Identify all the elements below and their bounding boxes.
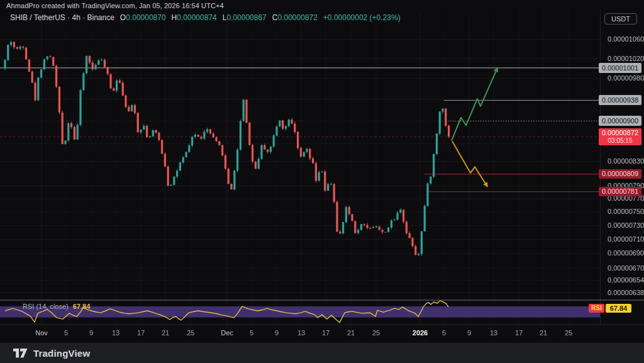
candle — [67, 123, 69, 140]
price-axis-label: 0.00001020 — [608, 55, 644, 63]
candle — [396, 213, 398, 220]
candle — [321, 172, 323, 172]
candle — [92, 63, 94, 70]
candle — [13, 42, 15, 47]
candle — [351, 214, 353, 221]
chart-pane[interactable] — [0, 0, 644, 363]
price-axis-label: 0.00000830 — [608, 157, 644, 165]
time-axis-label: 9 — [467, 329, 471, 337]
time-axis-label: 17 — [515, 329, 523, 337]
candle — [97, 60, 99, 65]
price-axis-label: 0.00000638 — [608, 289, 644, 297]
price-axis-label: 0.00000730 — [608, 221, 644, 230]
candle — [366, 225, 368, 228]
candle — [342, 222, 344, 233]
bearish-projection-arrow[interactable] — [452, 142, 487, 187]
time-axis-label: 9 — [275, 329, 279, 337]
candle — [158, 133, 160, 140]
time-axis-label: 9 — [89, 329, 93, 337]
chart-canvas[interactable] — [0, 0, 644, 363]
candle — [248, 123, 250, 145]
candle — [128, 107, 130, 111]
candle — [113, 88, 114, 91]
candle — [82, 73, 84, 90]
price-axis[interactable]: 0.000010600.000010200.000009800.00000830… — [601, 0, 644, 343]
candle — [140, 130, 142, 132]
candle — [255, 162, 257, 169]
footer-bar: TradingView — [0, 343, 644, 363]
candle — [297, 132, 299, 148]
ohlc-field-value: 0.00000874 — [177, 13, 216, 22]
candle — [209, 130, 211, 134]
ohlc-field-value: 0.00000870 — [126, 13, 165, 22]
candle — [309, 149, 311, 159]
candle — [109, 74, 111, 89]
candle — [225, 155, 226, 169]
price-level-badge: 0.00000900 — [599, 116, 641, 126]
time-axis-label: Dec — [221, 329, 233, 337]
rsi-name-badge: RSI — [589, 304, 604, 313]
price-level-badge: 0.00000781 — [599, 187, 641, 196]
candle — [164, 154, 166, 166]
candle — [34, 83, 36, 101]
currency-toggle-button[interactable]: USDT — [604, 13, 637, 25]
time-axis[interactable]: Nov5913172125Dec591317212520265913172125 — [0, 325, 600, 342]
candle — [260, 145, 262, 159]
tradingview-brand-text: TradingView — [33, 348, 90, 359]
candle — [19, 47, 21, 48]
candle — [74, 127, 75, 140]
price-level-lines — [0, 68, 600, 192]
candle — [306, 149, 308, 152]
time-axis-label: 17 — [137, 329, 145, 337]
candle — [360, 224, 362, 230]
candle — [394, 220, 396, 220]
candle — [131, 105, 133, 111]
countdown-timer: 03:05:15 — [599, 137, 641, 145]
rsi-legend-title: RSI (14, close) — [23, 303, 69, 310]
candle — [122, 82, 124, 95]
price-axis-label: 0.00000980 — [608, 74, 644, 82]
candle — [372, 227, 374, 228]
symbol-title[interactable]: SHIB / TetherUS · 4h · Binance — [10, 13, 114, 22]
candle — [330, 184, 332, 185]
candle — [294, 123, 296, 132]
candle — [49, 57, 51, 57]
candle — [52, 57, 54, 66]
time-axis-label: Nov — [35, 329, 48, 337]
candle — [424, 206, 426, 231]
candle — [10, 42, 12, 45]
time-axis-label: 21 — [347, 329, 355, 337]
candle — [327, 184, 329, 191]
candle — [206, 130, 208, 132]
price-change: +0.00000002 (+0.23%) — [323, 13, 401, 22]
candle — [215, 137, 217, 141]
price-level-badge: 0.00000809 — [599, 169, 641, 179]
time-axis-label: 5 — [442, 329, 446, 337]
tradingview-logo-icon[interactable] — [13, 349, 28, 358]
rsi-legend-value: 67.84 — [73, 303, 91, 310]
candle — [336, 202, 338, 232]
candle — [315, 163, 317, 181]
time-axis-label: 25 — [372, 329, 380, 337]
candle — [387, 228, 389, 232]
candle — [414, 246, 416, 255]
candle — [303, 152, 305, 157]
candle — [182, 157, 184, 162]
candle — [176, 170, 178, 176]
rsi-indicator-legend[interactable]: RSI (14, close)67.84 — [23, 303, 90, 310]
candle — [433, 154, 435, 177]
candle — [369, 228, 371, 228]
candle — [4, 60, 6, 68]
candle — [7, 45, 9, 60]
time-axis-label: 25 — [565, 329, 572, 337]
candle — [47, 57, 48, 59]
time-axis-label: 2026 — [413, 329, 428, 337]
candle — [348, 207, 350, 214]
symbol-info-bar: SHIB / TetherUS · 4h · BinanceO0.0000087… — [10, 13, 401, 22]
candle — [288, 120, 290, 126]
bullish-projection-arrow[interactable] — [452, 68, 497, 141]
candle — [188, 145, 190, 152]
ohlc-values: O0.00000870H0.00000874L0.00000867C0.0000… — [114, 13, 318, 22]
candle — [312, 159, 314, 164]
candle — [275, 126, 277, 135]
